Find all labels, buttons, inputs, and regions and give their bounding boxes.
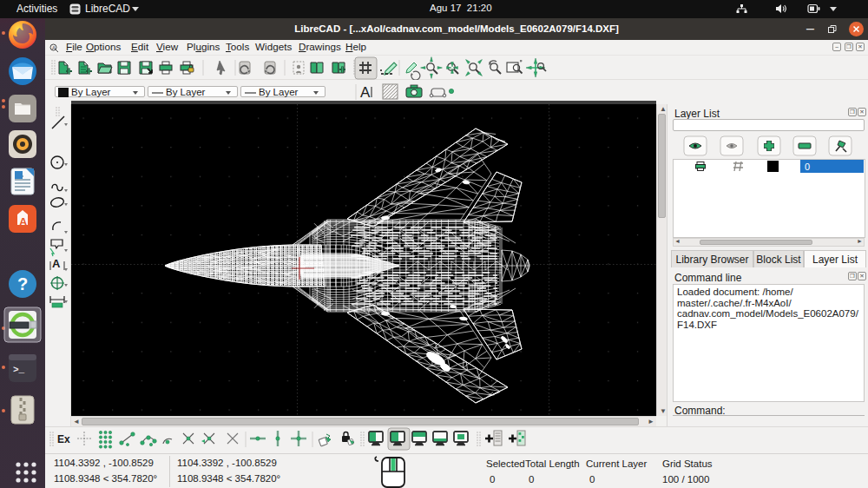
svg-text:A: A	[19, 215, 28, 228]
svg-text:Ex: Ex	[57, 433, 70, 445]
svg-text:A: A	[360, 84, 371, 101]
svg-text:?: ?	[17, 274, 28, 293]
svg-text:>_: >_	[13, 365, 25, 375]
svg-text:0: 0	[805, 162, 810, 172]
svg-text:A: A	[52, 45, 56, 50]
svg-text:A: A	[52, 257, 61, 270]
